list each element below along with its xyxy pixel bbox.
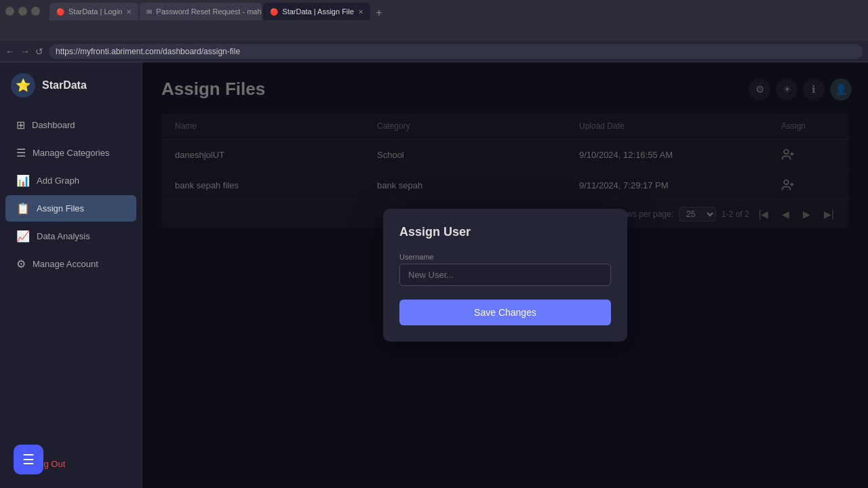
save-changes-button[interactable]: Save Changes [399, 300, 611, 325]
browser-minimize[interactable] [5, 7, 14, 16]
modal-overlay[interactable]: Assign User Username Save Changes [142, 62, 868, 488]
sidebar-item-dashboard[interactable]: ⊞ Dashboard [5, 112, 136, 138]
username-label: Username [399, 253, 611, 261]
sidebar-item-label: Add Graph [37, 176, 79, 186]
tab-1-close[interactable]: ✕ [126, 8, 132, 16]
sidebar-item-label: Dashboard [32, 120, 75, 130]
sidebar-item-data-analysis[interactable]: 📈 Data Analysis [5, 223, 136, 249]
sidebar-item-assign-files[interactable]: 📋 Assign Files [5, 195, 136, 222]
modal-title: Assign User [399, 225, 611, 239]
main-content: Assign Files ⚙ ☀ ℹ 👤 Name Category Uploa… [142, 62, 868, 488]
sidebar-item-label: Assign Files [37, 203, 84, 214]
address-bar: ← → ↺ [0, 41, 868, 62]
sidebar-item-add-graph[interactable]: 📊 Add Graph [5, 167, 136, 194]
sidebar-item-label: Data Analysis [37, 231, 90, 241]
assign-files-icon: 📋 [16, 202, 30, 215]
logo-area: ⭐ StarData [0, 73, 142, 111]
tab-1[interactable]: 🔴 StarData | Login ✕ [50, 3, 138, 20]
tab-3-close[interactable]: ✕ [358, 8, 363, 16]
logo-icon: ⭐ [11, 73, 35, 98]
username-form-group: Username [399, 253, 611, 286]
tab-2[interactable]: ✉ Password Reset Request - mahd... ✕ [140, 3, 262, 20]
add-graph-icon: 📊 [16, 174, 30, 187]
categories-icon: ☰ [16, 146, 26, 159]
manage-account-icon: ⚙ [16, 258, 26, 270]
tab-3[interactable]: 🔴 StarData | Assign File ✕ [263, 3, 370, 20]
back-button[interactable]: ← [5, 46, 15, 57]
sidebar-item-label: Manage Account [33, 259, 98, 269]
refresh-button[interactable]: ↺ [35, 46, 43, 57]
sidebar: ⭐ StarData ⊞ Dashboard ☰ Manage Categori… [0, 62, 142, 488]
browser-close[interactable] [31, 7, 40, 16]
browser-maximize[interactable] [18, 7, 27, 16]
browser-chrome: 🔴 StarData | Login ✕ ✉ Password Reset Re… [0, 0, 868, 41]
username-input[interactable] [399, 264, 611, 286]
fab-icon: ☰ [22, 451, 35, 468]
dashboard-icon: ⊞ [16, 119, 25, 131]
new-tab-button[interactable]: + [372, 5, 387, 20]
assign-user-modal: Assign User Username Save Changes [383, 209, 627, 342]
address-input[interactable] [49, 44, 863, 59]
sidebar-item-manage-account[interactable]: ⚙ Manage Account [5, 251, 136, 277]
sidebar-item-label: Manage Categories [33, 148, 109, 158]
sidebar-item-manage-categories[interactable]: ☰ Manage Categories [5, 140, 136, 166]
forward-button[interactable]: → [20, 46, 30, 57]
logo-text: StarData [42, 79, 87, 92]
data-analysis-icon: 📈 [16, 230, 30, 243]
fab-menu-button[interactable]: ☰ [14, 445, 43, 474]
